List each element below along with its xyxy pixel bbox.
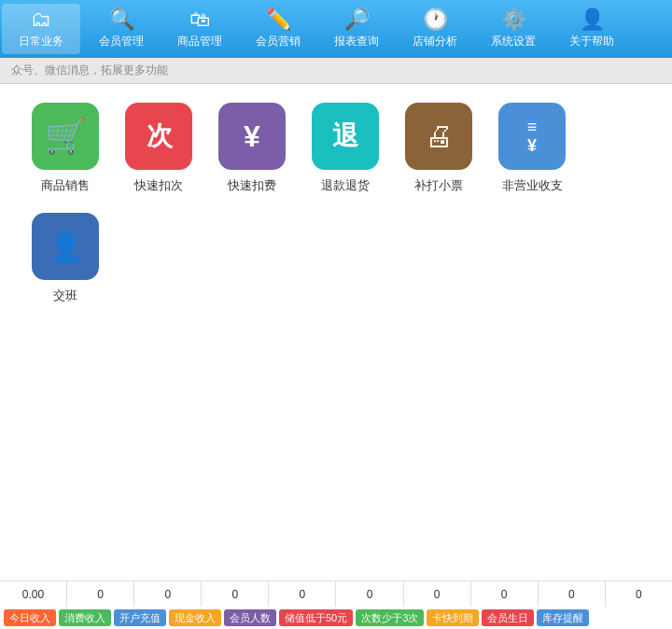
tag-5[interactable]: 储值低于50元 — [279, 609, 353, 626]
icon-item-shift[interactable]: 👤 交班 — [28, 213, 103, 304]
icon-item-quick-deduct[interactable]: 次 快速扣次 — [121, 103, 196, 194]
tag-8[interactable]: 会员生日 — [482, 609, 534, 626]
stat-cell-4: 0 — [269, 581, 336, 607]
quick-deduct-icon: 次 — [147, 119, 172, 154]
nav-report-label: 报表查询 — [334, 34, 379, 49]
icon-item-sales[interactable]: 🛒 商品销售 — [28, 103, 103, 194]
help-icon: 👤 — [580, 9, 605, 30]
tag-0[interactable]: 今日收入 — [4, 609, 56, 626]
non-business-label: 非营业收支 — [502, 177, 563, 194]
reprint-icon-box[interactable]: 🖨 — [405, 103, 472, 170]
goods-icon: 🛍 — [189, 9, 210, 30]
nav-goods[interactable]: 🛍 商品管理 — [161, 0, 239, 58]
quick-charge-icon: ¥ — [244, 119, 260, 154]
sales-icon-box[interactable]: 🛒 — [32, 103, 99, 170]
refund-label: 退款退货 — [321, 177, 370, 194]
stat-cell-5: 0 — [336, 581, 403, 607]
tags-row: 今日收入 消费收入 开户充值 现金收入 会员人数 储值低于50元 次数少于3次 … — [0, 607, 672, 629]
settings-icon: ⚙️ — [501, 9, 526, 30]
nav-marketing[interactable]: ✏️ 会员营销 — [239, 0, 317, 58]
non-business-icon: ≡ — [527, 119, 538, 135]
sales-label: 商品销售 — [41, 177, 90, 194]
function-grid: 🛒 商品销售 次 快速扣次 ¥ 快速扣费 退 退款退货 🖨 — [28, 103, 644, 304]
quick-charge-icon-box[interactable]: ¥ — [218, 103, 286, 170]
stat-cell-7: 0 — [471, 581, 539, 607]
nav-help[interactable]: 👤 关于帮助 — [553, 0, 631, 58]
refund-icon-box[interactable]: 退 — [312, 103, 379, 170]
nav-help-label: 关于帮助 — [569, 34, 614, 49]
non-business-icon-box[interactable]: ≡ ¥ — [498, 103, 566, 170]
nav-member[interactable]: 🔍 会员管理 — [82, 0, 161, 58]
nav-daily-label: 日常业务 — [19, 34, 63, 49]
sub-header-text: 众号、微信消息，拓展更多功能 — [11, 63, 168, 78]
stat-cell-1: 0 — [67, 581, 134, 607]
tag-4[interactable]: 会员人数 — [224, 609, 276, 626]
tag-3[interactable]: 现金收入 — [169, 609, 221, 626]
shift-icon-box[interactable]: 👤 — [32, 213, 99, 280]
quick-charge-label: 快速扣费 — [228, 177, 276, 194]
quick-deduct-icon-box[interactable]: 次 — [125, 103, 192, 170]
tag-1[interactable]: 消费收入 — [59, 609, 111, 626]
sub-header: 众号、微信消息，拓展更多功能 — [0, 58, 672, 84]
reprint-icon: 🖨 — [425, 120, 453, 152]
non-business-yen: ¥ — [527, 137, 537, 154]
stats-row: 0.00 0 0 0 0 0 0 0 0 0 — [0, 581, 672, 607]
nav-analysis[interactable]: 🕐 店铺分析 — [396, 0, 474, 58]
bottom-bar: 0.00 0 0 0 0 0 0 0 0 0 今日收入 消费收入 开户充值 现金… — [0, 580, 672, 629]
tag-7[interactable]: 卡快到期 — [427, 609, 479, 626]
nav-settings-label: 系统设置 — [491, 34, 536, 49]
stat-cell-3: 0 — [202, 581, 269, 607]
nav-marketing-label: 会员营销 — [256, 34, 301, 49]
icon-item-quick-charge[interactable]: ¥ 快速扣费 — [215, 103, 289, 194]
daily-icon: 🗂 — [31, 9, 51, 30]
refund-icon: 退 — [332, 119, 358, 154]
stat-cell-2: 0 — [134, 581, 202, 607]
report-icon: 🔎 — [344, 9, 370, 30]
analysis-icon: 🕐 — [423, 9, 448, 30]
tag-2[interactable]: 开户充值 — [114, 609, 166, 626]
nav-member-label: 会员管理 — [99, 34, 144, 49]
member-icon: 🔍 — [109, 9, 134, 30]
icon-item-non-business[interactable]: ≡ ¥ 非营业收支 — [495, 103, 569, 194]
reprint-label: 补打小票 — [414, 177, 463, 194]
tag-6[interactable]: 次数少于3次 — [356, 609, 424, 626]
nav-daily[interactable]: 🗂 日常业务 — [2, 4, 80, 54]
top-navigation: 🗂 日常业务 🔍 会员管理 🛍 商品管理 ✏️ 会员营销 🔎 报表查询 🕐 店铺… — [0, 0, 672, 58]
sales-icon: 🛒 — [45, 117, 87, 156]
stat-cell-9: 0 — [606, 581, 672, 607]
tag-9[interactable]: 库存提醒 — [537, 609, 589, 626]
stat-cell-8: 0 — [539, 581, 606, 607]
shift-label: 交班 — [53, 287, 77, 304]
stat-cell-6: 0 — [404, 581, 471, 607]
shift-icon: 👤 — [49, 231, 83, 263]
nav-report[interactable]: 🔎 报表查询 — [317, 0, 396, 58]
nav-settings[interactable]: ⚙️ 系统设置 — [474, 0, 553, 58]
stat-cell-0: 0.00 — [0, 581, 67, 607]
nav-analysis-label: 店铺分析 — [413, 34, 457, 49]
icon-item-refund[interactable]: 退 退款退货 — [308, 103, 383, 194]
nav-goods-label: 商品管理 — [177, 34, 222, 49]
main-content: 🛒 商品销售 次 快速扣次 ¥ 快速扣费 退 退款退货 🖨 — [0, 84, 672, 580]
marketing-icon: ✏️ — [266, 9, 291, 30]
icon-item-reprint[interactable]: 🖨 补打小票 — [401, 103, 476, 194]
quick-deduct-label: 快速扣次 — [134, 177, 183, 194]
